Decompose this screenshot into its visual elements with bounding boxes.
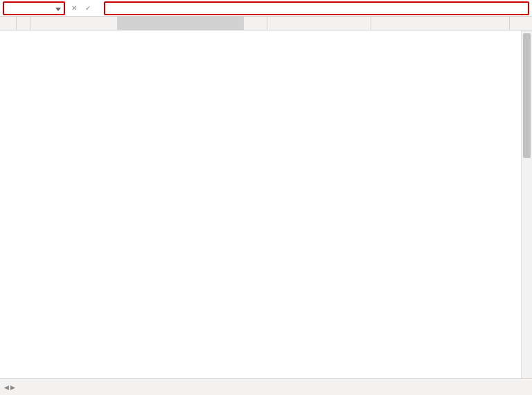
select-all-corner[interactable] bbox=[0, 17, 17, 30]
col-header-A[interactable] bbox=[17, 17, 30, 30]
cancel-icon[interactable]: ✕ bbox=[68, 2, 80, 15]
column-headers bbox=[0, 17, 532, 30]
formula-bar: ✕ ✓ bbox=[0, 0, 532, 17]
formula-input[interactable] bbox=[104, 1, 529, 15]
formula-buttons: ✕ ✓ bbox=[68, 2, 101, 15]
accept-icon[interactable]: ✓ bbox=[82, 2, 94, 15]
name-box[interactable] bbox=[3, 1, 65, 15]
col-header-E[interactable] bbox=[267, 17, 371, 30]
col-header-B[interactable] bbox=[30, 17, 118, 30]
col-header-F[interactable] bbox=[371, 17, 510, 30]
spreadsheet-grid bbox=[0, 17, 532, 30]
col-header-D[interactable] bbox=[244, 17, 267, 30]
col-header-C[interactable] bbox=[118, 17, 244, 30]
